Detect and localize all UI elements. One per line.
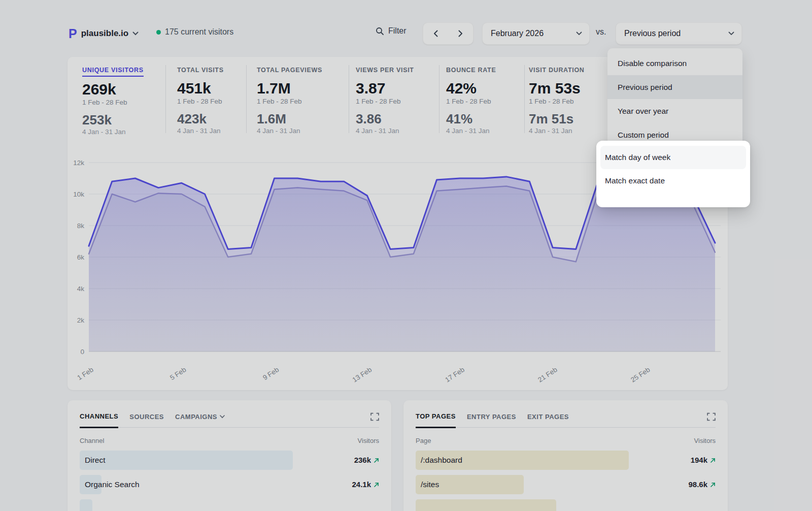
popup-item-match-day-of-week[interactable]: Match day of week <box>600 146 746 169</box>
dashboard-page: P plausible.io 175 current visitors Filt… <box>0 0 812 511</box>
popup-item-match-exact-date[interactable]: Match exact date <box>600 169 746 193</box>
match-mode-popup: Match day of week Match exact date <box>596 141 750 207</box>
dismiss-overlay[interactable] <box>0 0 812 511</box>
